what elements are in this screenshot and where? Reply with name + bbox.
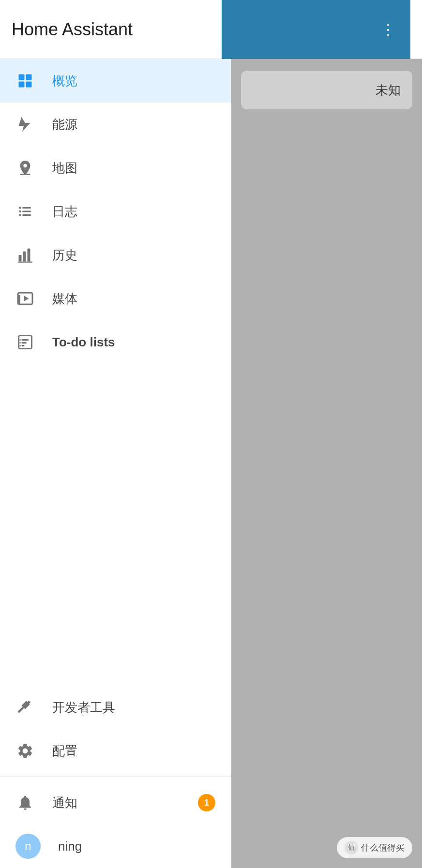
content-area: 未知 [231, 59, 422, 868]
svg-point-22 [19, 339, 21, 341]
svg-point-24 [19, 345, 21, 346]
svg-rect-11 [19, 255, 22, 262]
todo-icon [15, 332, 35, 352]
watermark-icon: 值 [345, 841, 358, 854]
hammer-icon [15, 698, 35, 717]
sidebar-item-label-config: 配置 [52, 743, 77, 760]
sidebar-divider [0, 777, 231, 777]
sidebar-item-label-map: 地图 [52, 160, 77, 177]
sidebar-item-label-history: 历史 [52, 247, 77, 264]
svg-rect-1 [26, 75, 32, 80]
lightning-icon [15, 115, 35, 134]
sidebar-item-user[interactable]: n ning [0, 824, 231, 868]
svg-rect-12 [23, 252, 26, 262]
sidebar-spacer [0, 364, 231, 686]
svg-rect-19 [22, 339, 29, 341]
sidebar-item-label-media: 媒体 [52, 290, 77, 307]
main-layout: 概览 能源 地图 [0, 59, 422, 868]
status-label: 未知 [376, 82, 401, 99]
svg-rect-21 [22, 345, 25, 346]
bell-icon [15, 793, 35, 812]
person-pin-icon [15, 158, 35, 178]
app-header: Home Assistant ⋮ [0, 0, 422, 59]
grid-icon [15, 71, 35, 90]
svg-point-5 [19, 207, 21, 209]
svg-rect-4 [20, 174, 30, 175]
sidebar-item-label-todo: To-do lists [52, 335, 115, 350]
svg-rect-8 [22, 207, 31, 209]
sidebar-item-label-user: ning [58, 839, 82, 854]
svg-rect-14 [18, 262, 32, 263]
notification-badge: 1 [198, 794, 215, 811]
svg-rect-20 [22, 342, 27, 344]
sidebar-item-label-dev-tools: 开发者工具 [52, 699, 115, 716]
svg-point-6 [19, 210, 21, 213]
sidebar: 概览 能源 地图 [0, 59, 231, 868]
sidebar-item-label-energy: 能源 [52, 116, 77, 133]
svg-rect-3 [26, 82, 32, 88]
gear-icon [15, 741, 35, 761]
sidebar-item-label-overview: 概览 [52, 73, 77, 90]
sidebar-item-energy[interactable]: 能源 [0, 103, 231, 146]
svg-rect-16 [18, 295, 20, 305]
sidebar-item-label-logbook: 日志 [52, 203, 77, 220]
list-icon [15, 202, 35, 221]
avatar: n [15, 834, 41, 859]
header-right-area: ⋮ [222, 0, 410, 59]
sidebar-item-media[interactable]: 媒体 [0, 277, 231, 320]
sidebar-item-notifications[interactable]: 通知 1 [0, 781, 231, 824]
sidebar-item-config[interactable]: 配置 [0, 729, 231, 773]
svg-rect-13 [28, 249, 30, 262]
sidebar-item-history[interactable]: 历史 [0, 233, 231, 277]
svg-marker-17 [24, 296, 29, 301]
sidebar-item-logbook[interactable]: 日志 [0, 190, 231, 233]
sidebar-item-todo[interactable]: To-do lists [0, 320, 231, 364]
sidebar-item-label-notifications: 通知 [52, 794, 77, 811]
svg-rect-10 [22, 214, 31, 216]
sidebar-item-map[interactable]: 地图 [0, 146, 231, 190]
watermark-text: 什么值得买 [361, 842, 405, 853]
svg-rect-0 [19, 75, 25, 80]
svg-point-23 [19, 342, 21, 344]
bar-chart-icon [15, 245, 35, 265]
sidebar-item-overview[interactable]: 概览 [0, 59, 231, 103]
svg-point-7 [19, 214, 21, 216]
status-card: 未知 [241, 71, 412, 109]
app-title: Home Assistant [12, 19, 133, 40]
svg-rect-9 [22, 211, 31, 212]
more-menu-button[interactable]: ⋮ [380, 20, 397, 39]
media-icon [15, 289, 35, 308]
watermark: 值 什么值得买 [337, 837, 412, 858]
svg-rect-2 [19, 82, 25, 88]
sidebar-item-dev-tools[interactable]: 开发者工具 [0, 686, 231, 729]
